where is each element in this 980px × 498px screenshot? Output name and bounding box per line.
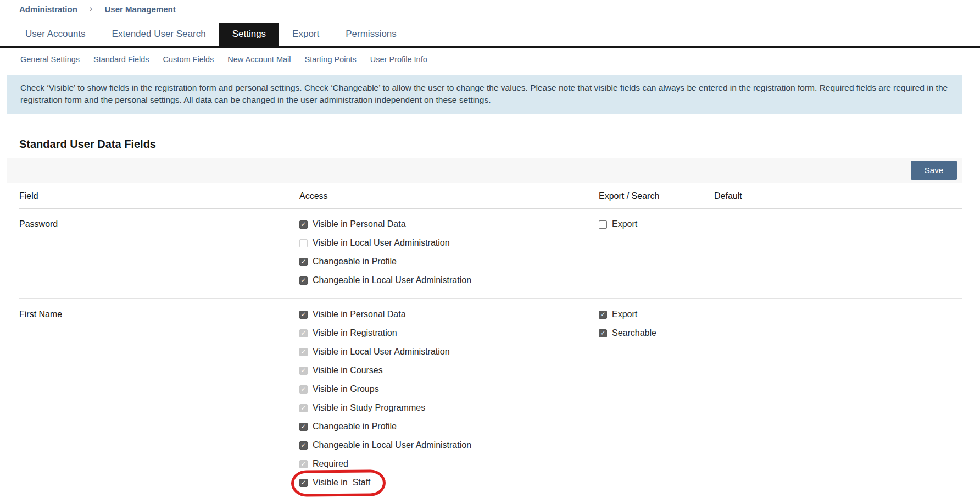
tab-extended-user-search[interactable]: Extended User Search (99, 23, 219, 46)
checkbox-item-changeable-in-local-user-administration[interactable]: ✓Changeable in Local User Administration (299, 273, 471, 289)
checkbox-checked-icon[interactable]: ✓ (299, 423, 308, 431)
checkbox-item-visible-in-registration: ✓Visible in Registration (299, 325, 397, 341)
checkbox-label: Visible in Study Programmes (313, 403, 425, 413)
sub-tab-bar: General SettingsStandard FieldsCustom Fi… (0, 48, 980, 64)
checkbox-item-searchable[interactable]: ✓Searchable (599, 325, 656, 341)
checkbox-item-changeable-in-profile[interactable]: ✓Changeable in Profile (299, 419, 397, 435)
checkbox-label: Export (612, 309, 637, 319)
field-name: Password (19, 217, 299, 229)
checkbox-label: Visible in Local User Administration (313, 347, 450, 357)
column-header-access: Access (299, 191, 599, 201)
subtab-new-account-mail[interactable]: New Account Mail (227, 55, 291, 64)
checkbox-label: Visible in Personal Data (313, 219, 406, 229)
checkbox-item-visible-in-personal-data[interactable]: ✓Visible in Personal Data (299, 217, 406, 233)
subtab-general-settings[interactable]: General Settings (20, 55, 80, 64)
checkbox-label: Visible in Registration (313, 328, 397, 338)
subtab-custom-fields[interactable]: Custom Fields (163, 55, 214, 64)
chevron-right-icon: › (90, 3, 93, 14)
checkbox-checked-icon[interactable]: ✓ (299, 258, 308, 266)
checkbox-label: Visible in Courses (313, 366, 383, 375)
checkbox-item-visible-in-staff[interactable]: ✓Visible in Staff (299, 475, 370, 491)
checkbox-label: Searchable (612, 328, 656, 338)
subtab-user-profile-info[interactable]: User Profile Info (370, 55, 427, 64)
info-message: Check ‘Visible’ to show fields in the re… (7, 75, 962, 114)
tab-settings[interactable]: Settings (219, 23, 279, 46)
checkbox-unchecked-icon[interactable] (599, 220, 607, 229)
breadcrumb-item-user-management[interactable]: User Management (105, 4, 176, 14)
column-header-field: Field (19, 191, 299, 201)
checkbox-item-visible-in-local-user-administration: Visible in Local User Administration (299, 235, 450, 251)
checkbox-item-export[interactable]: ✓Export (599, 307, 637, 323)
tab-export[interactable]: Export (279, 23, 332, 46)
checkbox-label: Changeable in Local User Administration (313, 275, 471, 285)
checkbox-label: Visible in Groups (313, 384, 379, 394)
checkbox-unchecked-icon (299, 239, 308, 247)
checkbox-item-visible-in-courses: ✓Visible in Courses (299, 363, 383, 379)
table-header-row: Field Access Export / Search Default (19, 183, 962, 209)
checkbox-item-visible-in-local-user-administration: ✓Visible in Local User Administration (299, 344, 450, 360)
checkbox-label: Visible in Staff (313, 478, 370, 488)
checkbox-checked-icon: ✓ (299, 367, 308, 375)
checkbox-checked-icon[interactable]: ✓ (599, 329, 607, 337)
checkbox-checked-icon: ✓ (299, 329, 308, 337)
field-name: First Name (19, 307, 299, 319)
checkbox-checked-icon[interactable]: ✓ (299, 311, 308, 319)
checkbox-item-visible-in-groups: ✓Visible in Groups (299, 381, 379, 397)
breadcrumb-item-administration[interactable]: Administration (19, 4, 77, 14)
tab-user-accounts[interactable]: User Accounts (12, 23, 99, 46)
table-body: Password✓Visible in Personal DataVisible… (19, 209, 962, 498)
checkbox-label: Changeable in Profile (313, 422, 397, 431)
checkbox-checked-icon: ✓ (299, 385, 308, 394)
access-cell: ✓Visible in Personal DataVisible in Loca… (299, 217, 599, 291)
save-button[interactable]: Save (911, 161, 957, 180)
tab-permissions[interactable]: Permissions (332, 23, 410, 46)
standard-fields-table: Field Access Export / Search Default Pas… (7, 183, 962, 498)
main-tab-bar: User AccountsExtended User SearchSetting… (0, 23, 980, 48)
checkbox-checked-icon[interactable]: ✓ (299, 276, 308, 285)
checkbox-checked-icon: ✓ (299, 404, 308, 412)
checkbox-item-export[interactable]: Export (599, 217, 637, 233)
export-search-cell: Export (599, 217, 714, 235)
checkbox-checked-icon: ✓ (299, 348, 308, 356)
checkbox-checked-icon[interactable]: ✓ (299, 220, 308, 229)
checkbox-item-changeable-in-profile[interactable]: ✓Changeable in Profile (299, 254, 397, 270)
checkbox-item-visible-in-study-programmes: ✓Visible in Study Programmes (299, 400, 425, 416)
checkbox-item-changeable-in-local-user-administration[interactable]: ✓Changeable in Local User Administration (299, 438, 471, 453)
checkbox-checked-icon[interactable]: ✓ (299, 479, 308, 487)
column-header-export-search: Export / Search (599, 191, 714, 201)
checkbox-label: Changeable in Local User Administration (313, 440, 471, 450)
subtab-starting-points[interactable]: Starting Points (305, 55, 357, 64)
page-title: Standard User Data Fields (19, 138, 980, 151)
subtab-standard-fields[interactable]: Standard Fields (93, 55, 149, 64)
export-search-cell: ✓Export✓Searchable (599, 307, 714, 344)
table-toolbar: Save (7, 158, 962, 183)
checkbox-label: Changeable in Profile (313, 257, 397, 267)
table-row-first-name: First Name✓Visible in Personal Data✓Visi… (19, 298, 962, 498)
checkbox-item-required: ✓Required (299, 456, 348, 472)
checkbox-label: Required (313, 459, 348, 469)
checkbox-label: Export (612, 219, 637, 229)
column-header-default: Default (714, 191, 962, 201)
access-cell: ✓Visible in Personal Data✓Visible in Reg… (299, 307, 599, 494)
breadcrumb: Administration › User Management (0, 0, 980, 18)
table-row-password: Password✓Visible in Personal DataVisible… (19, 209, 962, 298)
checkbox-label: Visible in Personal Data (313, 309, 406, 319)
checkbox-label: Visible in Local User Administration (313, 238, 450, 248)
checkbox-checked-icon[interactable]: ✓ (299, 441, 308, 450)
checkbox-checked-icon: ✓ (299, 460, 308, 468)
checkbox-checked-icon[interactable]: ✓ (599, 311, 607, 319)
checkbox-item-visible-in-personal-data[interactable]: ✓Visible in Personal Data (299, 307, 406, 323)
